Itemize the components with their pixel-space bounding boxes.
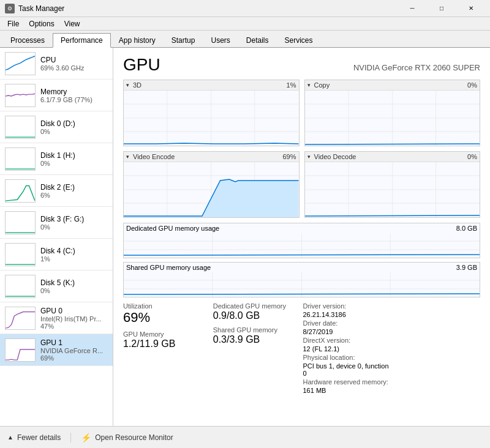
hw-reserved-label: Hardware reserved memory: bbox=[303, 378, 388, 386]
title-bar: ⚙ Task Manager ─ □ ✕ bbox=[0, 0, 490, 17]
tab-app-history[interactable]: App history bbox=[111, 32, 164, 47]
sidebar: CPU 69% 3.60 GHz Memory 6.1/7.9 GB (77%) bbox=[0, 48, 113, 426]
dedicated-memory-chart-inner bbox=[124, 233, 480, 258]
tab-startup[interactable]: Startup bbox=[164, 32, 203, 47]
gpu-title: GPU bbox=[123, 55, 160, 75]
content-area: GPU NVIDIA GeForce RTX 2060 SUPER ▾ 3D 1… bbox=[113, 48, 490, 426]
svg-rect-2 bbox=[6, 116, 35, 138]
disk4-detail: 1% bbox=[40, 255, 108, 263]
app-icon: ⚙ bbox=[5, 4, 15, 13]
gpu-memory-value: 1.2/11.9 GB bbox=[123, 338, 211, 349]
monitor-icon: ⚡ bbox=[81, 433, 91, 442]
sidebar-item-disk4[interactable]: Disk 4 (C:) 1% bbox=[0, 239, 113, 271]
gpu1-value: 69% bbox=[40, 354, 108, 362]
disk4-mini-graph bbox=[5, 243, 36, 266]
chart-copy-label: Copy bbox=[314, 81, 330, 89]
tab-performance[interactable]: Performance bbox=[53, 33, 111, 48]
gpu-full-name: NVIDIA GeForce RTX 2060 SUPER bbox=[353, 63, 480, 72]
hw-reserved-value: 161 MB bbox=[303, 387, 326, 394]
chevron-decode-icon: ▾ bbox=[307, 154, 311, 160]
maximize-button[interactable]: □ bbox=[428, 2, 456, 15]
tab-services[interactable]: Services bbox=[277, 32, 321, 47]
directx-label: DirectX version: bbox=[303, 337, 351, 344]
disk5-detail: 0% bbox=[40, 287, 108, 294]
menu-options[interactable]: Options bbox=[24, 18, 59, 29]
gpu1-mini-graph bbox=[5, 338, 36, 362]
disk0-detail: 0% bbox=[40, 128, 108, 135]
chevron-copy-icon: ▾ bbox=[307, 82, 311, 88]
menu-view[interactable]: View bbox=[59, 18, 85, 29]
chart-decode-inner bbox=[305, 162, 480, 217]
disk3-name: Disk 3 (F: G:) bbox=[40, 215, 108, 223]
shared-memory-max: 3.9 GB bbox=[456, 264, 477, 271]
disk5-mini-graph bbox=[5, 275, 36, 298]
minimize-button[interactable]: ─ bbox=[398, 2, 426, 15]
fewer-details-label: Fewer details bbox=[17, 433, 61, 442]
svg-rect-7 bbox=[6, 275, 35, 297]
memory-detail: 6.1/7.9 GB (77%) bbox=[40, 96, 108, 103]
disk2-name: Disk 2 (E:) bbox=[40, 183, 108, 192]
shared-memory-chart-inner bbox=[124, 272, 480, 297]
fewer-details-button[interactable]: ▲ Fewer details bbox=[7, 433, 61, 442]
disk5-name: Disk 5 (K:) bbox=[40, 278, 108, 287]
sidebar-item-disk1[interactable]: Disk 1 (H:) 0% bbox=[0, 143, 113, 175]
chart-copy: ▾ Copy 0% bbox=[304, 80, 481, 146]
svg-rect-4 bbox=[6, 180, 35, 202]
chart-copy-inner bbox=[305, 91, 480, 146]
stat-utilization-block: Utilization 69% GPU Memory 1.2/11.9 GB bbox=[123, 302, 211, 395]
chart-encode-label: Video Encode bbox=[133, 153, 175, 160]
sidebar-item-disk2[interactable]: Disk 2 (E:) 6% bbox=[0, 175, 113, 207]
disk1-name: Disk 1 (H:) bbox=[40, 151, 108, 160]
disk2-mini-graph bbox=[5, 179, 36, 203]
gpu-header: GPU NVIDIA GeForce RTX 2060 SUPER bbox=[123, 55, 480, 75]
directx-value: 12 (FL 12.1) bbox=[303, 345, 340, 353]
arrow-up-icon: ▲ bbox=[7, 434, 13, 441]
shared-memory-header: Shared GPU memory usage 3.9 GB bbox=[124, 263, 480, 272]
menu-file[interactable]: File bbox=[2, 18, 24, 29]
tab-users[interactable]: Users bbox=[203, 32, 238, 47]
disk0-mini-graph bbox=[5, 116, 36, 139]
sidebar-item-memory[interactable]: Memory 6.1/7.9 GB (77%) bbox=[0, 80, 113, 111]
sidebar-item-gpu1[interactable]: GPU 1 NVIDIA GeForce R... 69% bbox=[0, 334, 113, 366]
memory-info: Memory 6.1/7.9 GB (77%) bbox=[40, 88, 108, 103]
chart-video-decode: ▾ Video Decode 0% bbox=[304, 151, 481, 218]
tab-details[interactable]: Details bbox=[238, 32, 277, 47]
cpu-mini-graph bbox=[5, 52, 36, 75]
dedicated-gpu-value: 0.9/8.0 GB bbox=[213, 310, 301, 321]
utilization-label: Utilization bbox=[123, 302, 211, 310]
close-button[interactable]: ✕ bbox=[457, 2, 485, 15]
open-resource-monitor-button[interactable]: ⚡ Open Resource Monitor bbox=[81, 433, 173, 442]
physical-location-value: PCI bus 1, device 0, function 0 bbox=[303, 362, 391, 377]
disk4-name: Disk 4 (C:) bbox=[40, 247, 108, 255]
chart-3d-inner bbox=[124, 91, 299, 146]
gpu0-value: 47% bbox=[40, 323, 108, 330]
disk1-detail: 0% bbox=[40, 160, 108, 167]
svg-rect-3 bbox=[6, 148, 35, 170]
cpu-detail: 69% 3.60 GHz bbox=[40, 64, 108, 72]
chart-3d-header: ▾ 3D 1% bbox=[124, 80, 299, 91]
sidebar-item-cpu[interactable]: CPU 69% 3.60 GHz bbox=[0, 48, 113, 80]
separator bbox=[70, 433, 71, 442]
disk0-name: Disk 0 (D:) bbox=[40, 119, 108, 128]
tab-processes[interactable]: Processes bbox=[2, 32, 53, 47]
chart-decode-label: Video Decode bbox=[314, 153, 356, 160]
gpu1-info: GPU 1 NVIDIA GeForce R... 69% bbox=[40, 338, 108, 362]
disk3-detail: 0% bbox=[40, 223, 108, 231]
chart-decode-header: ▾ Video Decode 0% bbox=[305, 152, 480, 162]
gpu0-info: GPU 0 Intel(R) Iris(TM) Pr... 47% bbox=[40, 307, 108, 330]
gpu1-detail: NVIDIA GeForce R... bbox=[40, 347, 108, 354]
disk2-info: Disk 2 (E:) 6% bbox=[40, 183, 108, 199]
sidebar-item-disk3[interactable]: Disk 3 (F: G:) 0% bbox=[0, 207, 113, 239]
shared-gpu-value: 0.3/3.9 GB bbox=[213, 334, 301, 345]
gpu0-detail: Intel(R) Iris(TM) Pr... bbox=[40, 315, 108, 323]
chart-video-encode: ▾ Video Encode 69% bbox=[123, 151, 300, 218]
window-controls: ─ □ ✕ bbox=[398, 2, 485, 15]
shared-memory-label: Shared GPU memory usage bbox=[126, 264, 211, 271]
sidebar-item-gpu0[interactable]: GPU 0 Intel(R) Iris(TM) Pr... 47% bbox=[0, 302, 113, 334]
physical-location-label: Physical location: bbox=[303, 354, 355, 361]
sidebar-item-disk0[interactable]: Disk 0 (D:) 0% bbox=[0, 111, 113, 143]
chart-dedicated-memory: Dedicated GPU memory usage 8.0 GB bbox=[123, 223, 480, 258]
cpu-name: CPU bbox=[40, 56, 108, 64]
stats-section: Utilization 69% GPU Memory 1.2/11.9 GB D… bbox=[123, 302, 480, 395]
sidebar-item-disk5[interactable]: Disk 5 (K:) 0% bbox=[0, 271, 113, 302]
